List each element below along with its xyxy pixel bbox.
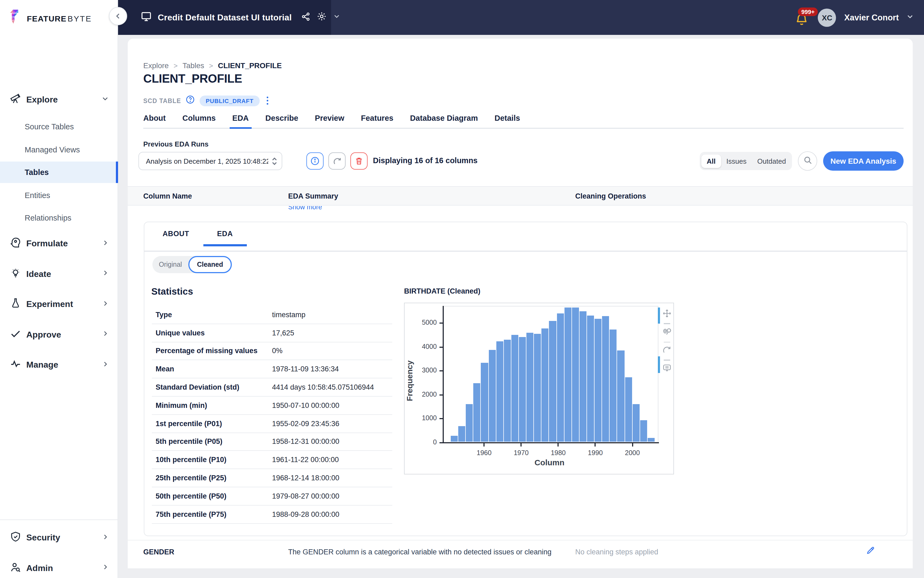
panel-tab-eda[interactable]: EDA [217,230,233,245]
sidebar-collapse-button[interactable] [109,7,127,25]
sidebar-item-tables[interactable]: Tables [0,162,118,183]
search-button[interactable] [798,151,817,170]
tab-about[interactable]: About [143,110,166,128]
y-tick-mark [439,323,443,324]
run-delete-button[interactable] [350,153,368,170]
sidebar-item-approve[interactable]: Approve [0,323,118,346]
histogram-bar [451,436,458,442]
histogram-bar [557,313,564,442]
sidebar-item-explore[interactable]: Explore [0,89,118,110]
monitor-icon [141,11,152,24]
avatar[interactable]: XC [818,8,836,26]
chevron-right-icon [101,563,109,573]
stat-row: 1st percentile (P01)1955-02-09 23:45:36 [152,415,392,433]
shield-check-icon [10,531,21,545]
content-card: Explore>Tables>CLIENT_PROFILE CLIENT_PRO… [128,39,913,568]
stat-value: 1968-12-14 18:00:00 [272,474,392,482]
reset-icon[interactable] [662,345,672,357]
brand-logo: FEATUREBYTE [10,10,92,27]
x-tick-label: 2000 [625,449,640,457]
edit-pencil-icon[interactable] [866,546,875,557]
eda-run-select[interactable]: Analysis on December 1, 2025 10:48:22 AM [138,152,282,170]
sidebar-item-managed-views[interactable]: Managed Views [0,139,118,160]
stat-value: 1950-07-10 00:00:00 [272,401,392,409]
brand-mark-icon [10,10,24,27]
x-axis-label: Column [512,458,587,467]
filter-outdated[interactable]: Outdated [752,154,791,168]
tab-details[interactable]: Details [494,110,520,128]
sidebar-item-experiment[interactable]: Experiment [0,292,118,316]
breadcrumb-item: CLIENT_PROFILE [218,61,282,70]
stat-row: Unique values17,625 [152,324,392,343]
y-tick-label: 4000 [418,343,437,350]
row-cleaning-status: No cleaning steps applied [575,548,658,556]
sidebar-item-label: Approve [26,330,101,339]
stat-label: 25th percentile (P25) [156,474,272,482]
stat-value: 1955-02-09 23:45:36 [272,419,392,427]
show-more-link[interactable]: Show more [288,206,322,211]
tab-eda[interactable]: EDA [232,110,249,128]
displaying-count: Displaying 16 of 16 columns [373,156,478,165]
new-eda-analysis-button[interactable]: New EDA Analysis [823,151,904,170]
user-menu-chevron-icon[interactable] [906,12,914,23]
zoom-icon[interactable] [662,326,672,339]
stat-row: Percentage of missing values0% [152,342,392,360]
share-icon[interactable] [301,11,310,23]
stat-row: 5th percentile (P05)1958-12-31 00:00:00 [152,433,392,451]
x-tick-mark [632,443,633,446]
chevron-down-icon[interactable] [332,12,340,23]
comment-icon[interactable] [662,363,672,375]
sidebar-item-entities[interactable]: Entities [0,184,118,206]
variant-original[interactable]: Original [152,261,188,268]
grid-header-cleaning-operations: Cleaning Operations [575,192,646,200]
user-search-icon [10,561,21,575]
variant-cleaned[interactable]: Cleaned [188,256,232,273]
panel-tabs-border [144,251,907,252]
sidebar-item-source-tables[interactable]: Source Tables [0,116,118,137]
breadcrumb-item[interactable]: Tables [182,61,204,70]
app: Credit Default Dataset UI tutorial 999+ … [0,0,924,578]
x-tick-mark [521,443,522,446]
tab-features[interactable]: Features [361,110,393,128]
sidebar-item-admin[interactable]: Admin [0,556,118,578]
sidebar-item-relationships[interactable]: Relationships [0,207,118,229]
y-axis [443,306,444,443]
panel-tab-about[interactable]: ABOUT [162,230,189,245]
x-tick-label: 1980 [551,449,566,457]
gear-icon[interactable] [316,11,326,24]
sidebar-item-formulate[interactable]: Formulate [0,232,118,255]
notifications-bell[interactable]: 999+ [795,8,811,26]
sidebar-item-manage[interactable]: Manage [0,353,118,377]
workspace-tab[interactable]: Credit Default Dataset UI tutorial [118,0,331,35]
table-row-gender[interactable]: GENDER The GENDER column is a categorica… [128,540,913,568]
run-info-button[interactable] [306,153,324,170]
breadcrumb-item[interactable]: Explore [143,61,169,70]
stat-label: 10th percentile (P10) [156,456,272,464]
histogram-bar [610,330,617,442]
tab-describe[interactable]: Describe [265,110,298,128]
stat-value: 1979-08-27 00:00:00 [272,492,392,500]
chart-scrollbar-thumb[interactable] [658,307,660,324]
tab-preview[interactable]: Preview [315,110,344,128]
sidebar-item-label: Source Tables [25,122,74,131]
x-axis [443,442,659,443]
tab-database-diagram[interactable]: Database Diagram [410,110,478,128]
sidebar-item-security[interactable]: Security [0,526,118,550]
row-column-name: GENDER [143,548,174,556]
tab-columns[interactable]: Columns [182,110,216,128]
sidebar-item-ideate[interactable]: Ideate [0,262,118,286]
help-circle-icon[interactable] [186,95,195,106]
chart-scrollbar-thumb[interactable] [658,356,660,373]
brand-name-light: BYTE [68,14,92,23]
filter-issues[interactable]: Issues [721,154,752,168]
stat-value: 1961-11-22 00:00:00 [272,456,392,464]
stat-value: 1988-09-28 00:00:00 [272,510,392,518]
filter-all[interactable]: All [701,154,721,168]
sidebar-item-label: Relationships [25,214,71,222]
run-refresh-button[interactable] [328,153,345,170]
x-tick-mark [595,443,596,446]
grid-header-eda-summary: EDA Summary [288,192,338,200]
pan-icon[interactable] [662,308,672,320]
kebab-menu-icon[interactable] [264,96,271,106]
stat-value: timestamp [272,311,392,319]
